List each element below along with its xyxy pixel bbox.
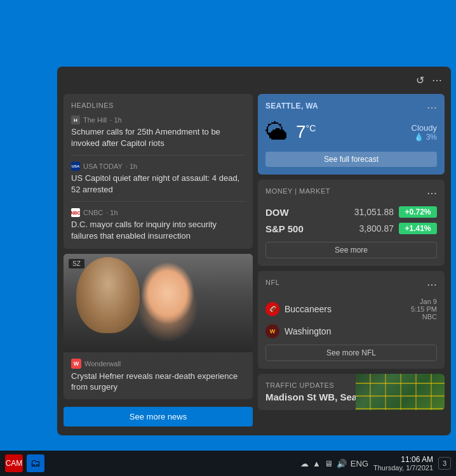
portrait-image <box>64 254 253 352</box>
source-time: · 1h <box>106 209 117 216</box>
market-row: DOW 31,051.88 +0.72% <box>265 206 437 218</box>
weather-more-icon[interactable]: ⋯ <box>427 102 437 114</box>
weather-condition-wrap: Cloudy 💧 3% <box>412 123 437 142</box>
desktop: ↺ ⋯ HEADLINES H The Hill · 1h S <box>0 0 456 476</box>
headline-item[interactable]: USA USA TODAY · 1h US Capitol quiet afte… <box>71 162 245 202</box>
sp500-label: S&P 500 <box>265 223 316 234</box>
widget-content: HEADLINES H The Hill · 1h Schumer calls … <box>64 94 445 429</box>
headline-source: NBC CNBC · 1h <box>71 208 245 217</box>
wonderwall-name: Wonderwall <box>84 360 121 367</box>
headline-item[interactable]: H The Hill · 1h Schumer calls for 25th A… <box>71 116 245 155</box>
see-more-nfl-button[interactable]: See more NFL <box>265 345 437 361</box>
taskbar-left: CAM 🗂 <box>5 454 44 472</box>
taskbar-right: ☁ ▲ 🖥 🔊 ENG 11:06 AM Thursday, 1/7/2021 … <box>300 455 451 472</box>
cnbc-icon: NBC <box>71 208 80 217</box>
cam-icon: CAM <box>6 459 23 468</box>
weather-main: 🌥 7°C Cloudy 💧 3% <box>265 119 437 145</box>
article-image: SZ <box>64 254 253 352</box>
notification-badge[interactable]: 3 <box>438 457 451 470</box>
weather-cloud-icon: 🌥 <box>265 119 288 145</box>
headline-item[interactable]: NBC CNBC · 1h D.C. mayor calls for inqui… <box>71 208 245 241</box>
source-name: USA TODAY <box>83 162 123 170</box>
headline-source: H The Hill · 1h <box>71 116 245 124</box>
headlines-card: HEADLINES H The Hill · 1h Schumer calls … <box>64 94 253 249</box>
source-time: · 1h <box>126 162 137 170</box>
market-more-icon[interactable]: ⋯ <box>427 187 437 199</box>
network-icon: 🖥 <box>325 459 333 468</box>
left-column: HEADLINES H The Hill · 1h Schumer calls … <box>64 94 253 429</box>
weather-precip: 💧 3% <box>412 133 437 142</box>
nfl-card: NFL ⋯ 🏈 Buccaneers Jan 9 5:15 PM NBC <box>258 271 445 369</box>
team-row: W Washington <box>265 324 437 338</box>
team-row: 🏈 Buccaneers Jan 9 5:15 PM NBC <box>265 298 437 321</box>
headline-source: USA USA TODAY · 1h <box>71 162 245 171</box>
market-card: MONEY | MARKET ⋯ DOW 31,051.88 +0.72% S&… <box>258 180 445 266</box>
washington-icon: W <box>265 324 279 338</box>
dow-value: 31,051.88 <box>316 207 394 217</box>
volume-icon: 🔊 <box>337 459 347 468</box>
systray: ☁ ▲ 🖥 🔊 ENG <box>300 459 368 468</box>
weather-card: SEATTLE, WA ⋯ 🌥 7°C Cloudy <box>258 94 445 175</box>
wonderwall-source: W Wonderwall <box>71 359 245 369</box>
sp500-value: 3,800.87 <box>316 223 394 234</box>
image-watermark: SZ <box>69 259 84 268</box>
market-row: S&P 500 3,800.87 +1.41% <box>265 223 437 234</box>
see-forecast-button[interactable]: See full forecast <box>265 152 437 167</box>
right-column: SEATTLE, WA ⋯ 🌥 7°C Cloudy <box>258 94 445 429</box>
sp500-change-badge: +1.41% <box>399 223 437 234</box>
usa-today-icon: USA <box>71 162 80 171</box>
clock-time: 11:06 AM <box>373 455 433 464</box>
weather-location: SEATTLE, WA <box>265 102 318 110</box>
widget-panel: ↺ ⋯ HEADLINES H The Hill · 1h S <box>57 67 451 435</box>
folder-icon: 🗂 <box>30 458 41 469</box>
traffic-card: Traffic Updates Madison St WB, Seat... <box>258 374 445 410</box>
weather-header: SEATTLE, WA ⋯ <box>265 102 437 114</box>
taskbar-icon-cam[interactable]: CAM <box>5 454 23 472</box>
nfl-header: NFL ⋯ <box>265 279 437 293</box>
source-time: · 1h <box>110 116 121 124</box>
traffic-map <box>356 374 445 410</box>
headline-text: Schumer calls for 25th Amendment to be i… <box>71 126 245 149</box>
headline-text: D.C. mayor calls for inquiry into securi… <box>71 219 245 241</box>
buccaneers-name: Buccaneers <box>285 304 411 314</box>
image-article-card[interactable]: SZ W Wonderwall Crystal Hefner reveals n… <box>64 254 253 399</box>
more-options-icon[interactable]: ⋯ <box>432 74 442 86</box>
source-name: CNBC <box>83 209 103 216</box>
see-more-news-button[interactable]: See more news <box>64 407 253 426</box>
wonderwall-icon: W <box>71 359 81 369</box>
taskbar: CAM 🗂 ☁ ▲ 🖥 🔊 ENG 11:06 AM Thursday, 1/7… <box>0 451 456 476</box>
weather-temp-wrap: 7°C <box>296 122 316 142</box>
clock-date: Thursday, 1/7/2021 <box>373 464 433 472</box>
up-arrow-icon: ▲ <box>312 459 321 468</box>
market-header: MONEY | MARKET ⋯ <box>265 187 437 201</box>
washington-name: Washington <box>285 326 437 336</box>
headlines-title: HEADLINES <box>71 102 245 109</box>
the-hill-icon: H <box>71 116 80 124</box>
taskbar-icon-files[interactable]: 🗂 <box>27 454 44 472</box>
headline-text: US Capitol quiet after night of assault:… <box>71 173 245 195</box>
image-card-content: W Wonderwall Crystal Hefner reveals near… <box>64 352 253 399</box>
source-name: The Hill <box>83 116 107 124</box>
market-title: MONEY | MARKET <box>265 187 330 195</box>
buccaneers-icon: 🏈 <box>265 302 279 316</box>
cloud-icon: ☁ <box>300 459 309 468</box>
nfl-more-icon[interactable]: ⋯ <box>427 279 437 291</box>
weather-condition: Cloudy <box>412 123 437 133</box>
weather-temperature: 7°C <box>296 122 316 142</box>
nfl-title: NFL <box>265 279 279 286</box>
image-headline: Crystal Hefner reveals near-death experi… <box>71 371 245 393</box>
refresh-icon[interactable]: ↺ <box>416 74 424 86</box>
taskbar-clock: 11:06 AM Thursday, 1/7/2021 <box>373 455 433 472</box>
widget-header: ↺ ⋯ <box>64 73 445 89</box>
lang-label: ENG <box>351 459 368 468</box>
dow-label: DOW <box>265 207 316 218</box>
game-date: Jan 9 5:15 PM NBC <box>411 298 437 321</box>
dow-change-badge: +0.72% <box>399 206 437 218</box>
see-more-market-button[interactable]: See more <box>265 242 437 258</box>
